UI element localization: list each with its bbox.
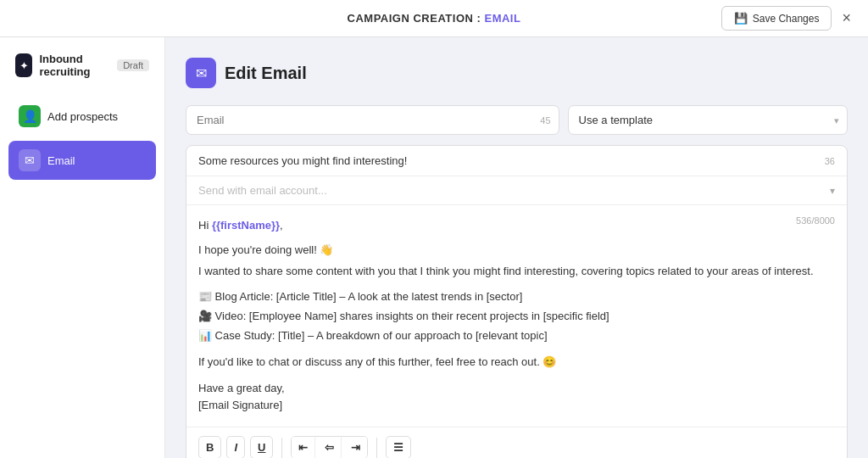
sidebar-item-label-add-prospects: Add prospects [47, 110, 118, 123]
list-button[interactable]: ☰ [386, 436, 411, 458]
firstname-variable: {{firstName}} [212, 219, 280, 232]
form-row: 45 Use a template ▾ [186, 105, 848, 135]
subject-row: Some resources you might find interestin… [186, 146, 847, 176]
email-toolbar: B I U ⇤ ⇦ ⇥ ☰ [186, 427, 847, 458]
add-prospects-icon: 👤 [19, 105, 41, 127]
campaign-type: Email [484, 12, 520, 25]
body-closing1: Have a great day, [198, 380, 835, 398]
body-cta: If you'd like to chat or discuss any of … [198, 354, 835, 371]
sidebar-item-email[interactable]: ✉ Email [8, 141, 156, 180]
save-button[interactable]: 💾 Save Changes [721, 6, 832, 31]
edit-header-icon: ✉ [186, 58, 216, 88]
body-resource1: 📰 Blog Article: [Article Title] – A look… [198, 288, 835, 306]
save-icon: 💾 [734, 12, 748, 25]
brand-icon: ✦ [15, 53, 32, 77]
body-greeting: Hi {{firstName}}, [198, 217, 835, 235]
template-select[interactable]: Use a template [568, 105, 848, 135]
layout: ✦ Inbound recruiting Draft 👤 Add prospec… [0, 37, 868, 458]
body-resource2: 🎥 Video: [Employee Name] shares insights… [198, 308, 835, 326]
campaign-label: CAMPAIGN CREATION : [348, 12, 485, 25]
subject-text: Some resources you might find interestin… [198, 154, 825, 167]
body-opening: I hope you're doing well! 👋 [198, 242, 835, 260]
body-intro: I wanted to share some content with you … [198, 263, 835, 281]
sidebar: ✦ Inbound recruiting Draft 👤 Add prospec… [0, 37, 165, 458]
alignment-group: ⇤ ⇦ ⇥ [291, 436, 368, 458]
toolbar-separator-1 [281, 438, 282, 458]
email-body[interactable]: 536/8000 Hi {{firstName}}, I hope you're… [186, 205, 847, 427]
top-bar: CAMPAIGN CREATION : Email 💾 Save Changes… [0, 0, 868, 37]
close-icon: × [842, 9, 851, 26]
main-content: ✉ Edit Email 45 Use a template ▾ Some re… [165, 37, 868, 458]
template-group: Use a template ▾ [568, 105, 848, 135]
align-left-button[interactable]: ⇤ [292, 437, 315, 458]
campaign-title: CAMPAIGN CREATION : Email [348, 12, 521, 25]
sender-placeholder: Send with email account... [198, 184, 327, 197]
brand-badge: Draft [117, 59, 149, 71]
email-sidebar-icon: ✉ [19, 149, 41, 171]
email-compose: Some resources you might find interestin… [186, 145, 848, 458]
toolbar-separator-2 [376, 438, 377, 458]
italic-button[interactable]: I [226, 436, 245, 458]
close-button[interactable]: × [838, 6, 854, 31]
edit-header: ✉ Edit Email [186, 58, 848, 88]
body-resource3: 📊 Case Study: [Title] – A breakdown of o… [198, 327, 835, 345]
email-subject-group: 45 [186, 105, 559, 135]
edit-title: Edit Email [225, 64, 307, 83]
sender-row[interactable]: Send with email account... ▾ [186, 176, 847, 205]
email-subject-input[interactable] [186, 105, 559, 135]
subject-char-count: 36 [825, 156, 835, 166]
save-label: Save Changes [753, 13, 820, 25]
email-char-count: 45 [540, 115, 550, 126]
sidebar-brand: ✦ Inbound recruiting Draft [8, 47, 156, 83]
sidebar-item-add-prospects[interactable]: 👤 Add prospects [8, 97, 156, 136]
top-bar-actions: 💾 Save Changes × [721, 6, 854, 31]
word-count: 536/8000 [796, 214, 835, 229]
align-center-button[interactable]: ⇦ [318, 437, 342, 458]
brand-label: Inbound recruiting [39, 53, 110, 78]
underline-button[interactable]: U [250, 436, 273, 458]
bold-button[interactable]: B [198, 436, 221, 458]
sender-dropdown-icon: ▾ [830, 185, 835, 197]
align-right-button[interactable]: ⇥ [344, 437, 367, 458]
sidebar-item-label-email: Email [47, 154, 75, 167]
body-signature: [Email Signature] [198, 397, 835, 415]
